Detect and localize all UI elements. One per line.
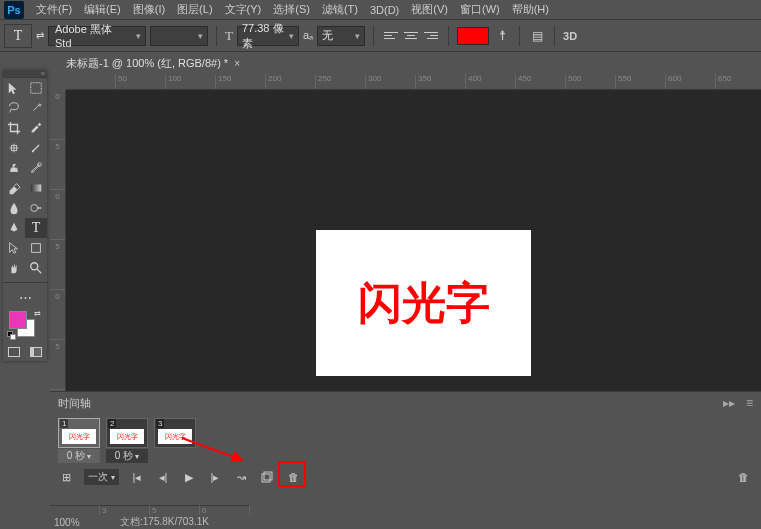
menu-window[interactable]: 窗口(W): [454, 0, 506, 19]
svg-rect-8: [264, 472, 272, 480]
shape-tool[interactable]: [25, 238, 47, 258]
foreground-color[interactable]: [9, 311, 27, 329]
divider: [554, 26, 555, 46]
align-right-button[interactable]: [422, 27, 440, 45]
toolbox-collapse-icon[interactable]: »: [3, 70, 47, 78]
pen-tool[interactable]: [3, 218, 25, 238]
font-size-icon: T: [225, 28, 233, 44]
antialias-icon: aₐ: [303, 29, 313, 42]
play-button[interactable]: ▶: [181, 469, 197, 485]
menu-view[interactable]: 视图(V): [405, 0, 454, 19]
menu-image[interactable]: 图像(I): [127, 0, 171, 19]
ruler-vertical: 0505050: [50, 90, 66, 391]
menu-layer[interactable]: 图层(L): [171, 0, 218, 19]
type-tool[interactable]: T: [25, 218, 47, 238]
eraser-tool[interactable]: [3, 178, 25, 198]
menu-file[interactable]: 文件(F): [30, 0, 78, 19]
history-brush-tool[interactable]: [25, 158, 47, 178]
zoom-level[interactable]: 100%: [50, 517, 108, 528]
text-color-swatch[interactable]: [457, 27, 489, 45]
frame-thumbnail: 闪光字: [158, 429, 192, 444]
standard-mode-button[interactable]: [3, 343, 25, 361]
menu-3d[interactable]: 3D(D): [364, 2, 405, 18]
zoom-tool[interactable]: [25, 258, 47, 278]
panel-menu-icon[interactable]: ≡: [746, 396, 753, 410]
panel-trash-icon[interactable]: 🗑: [735, 469, 751, 485]
current-tool-indicator[interactable]: T: [4, 24, 32, 48]
document-tab[interactable]: 未标题-1 @ 100% (红, RGB/8#) * ×: [58, 53, 248, 74]
close-tab-icon[interactable]: ×: [234, 58, 240, 69]
timeline-frame[interactable]: 3闪光字: [154, 418, 196, 448]
hand-tool[interactable]: [3, 258, 25, 278]
align-center-button[interactable]: [402, 27, 420, 45]
menu-edit[interactable]: 编辑(E): [78, 0, 127, 19]
divider: [519, 26, 520, 46]
font-size-field[interactable]: 77.38 像素: [237, 26, 299, 46]
menu-help[interactable]: 帮助(H): [506, 0, 555, 19]
frames-row: 1闪光字0 秒▾2闪光字0 秒▾3闪光字: [50, 414, 761, 465]
menu-type[interactable]: 文字(Y): [219, 0, 268, 19]
next-frame-button[interactable]: |▸: [207, 469, 223, 485]
document-info[interactable]: 文档:175.8K/703.1K: [108, 515, 209, 529]
options-bar: T ⇄ Adobe 黑体 Std T 77.38 像素 aₐ 无 ☨ ▤ 3D: [0, 20, 761, 52]
align-left-button[interactable]: [382, 27, 400, 45]
frame-duration[interactable]: 0 秒▾: [58, 449, 100, 463]
dodge-tool[interactable]: [25, 198, 47, 218]
path-selection-tool[interactable]: [3, 238, 25, 258]
timeline-frame[interactable]: 1闪光字: [58, 418, 100, 448]
prev-frame-button[interactable]: ◂|: [155, 469, 171, 485]
blur-tool[interactable]: [3, 198, 25, 218]
frame-number: 3: [156, 419, 164, 428]
clone-stamp-tool[interactable]: [3, 158, 25, 178]
frame-number: 2: [108, 419, 116, 428]
antialias-select[interactable]: 无: [317, 26, 365, 46]
svg-point-6: [31, 263, 38, 270]
font-style-select[interactable]: [150, 26, 208, 46]
timeline-controls: ⊞ 一次▾ |◂ ◂| ▶ |▸ ↝ 🗑 🗑: [50, 465, 761, 489]
delete-frame-button[interactable]: 🗑: [285, 469, 301, 485]
edit-toolbar-icon[interactable]: ⋯: [3, 287, 47, 307]
move-tool[interactable]: [3, 78, 25, 98]
canvas-text-layer[interactable]: 闪光字: [358, 274, 490, 333]
ruler-horizontal: 5010015020025030035040045050055060065070…: [66, 74, 761, 90]
panel-collapse-icon[interactable]: ▸▸: [723, 396, 735, 410]
gradient-tool[interactable]: [25, 178, 47, 198]
text-align-group: [382, 27, 440, 45]
frame-duration[interactable]: 0 秒▾: [106, 449, 148, 463]
document-tab-strip: 未标题-1 @ 100% (红, RGB/8#) * ×: [50, 52, 761, 74]
brush-tool[interactable]: [25, 138, 47, 158]
font-family-select[interactable]: Adobe 黑体 Std: [48, 26, 146, 46]
divider: [448, 26, 449, 46]
crop-tool[interactable]: [3, 118, 25, 138]
character-panel-button[interactable]: ▤: [528, 27, 546, 45]
duplicate-frame-button[interactable]: [259, 469, 275, 485]
first-frame-button[interactable]: |◂: [129, 469, 145, 485]
eyedropper-tool[interactable]: [25, 118, 47, 138]
timeline-frame[interactable]: 2闪光字: [106, 418, 148, 448]
magic-wand-tool[interactable]: [25, 98, 47, 118]
toggle-orientation-icon[interactable]: ⇄: [36, 30, 44, 41]
toolbox: » T ⋯ ⇄: [3, 70, 47, 361]
loop-select[interactable]: 一次▾: [84, 469, 119, 485]
marquee-tool[interactable]: [25, 78, 47, 98]
convert-timeline-icon[interactable]: ⊞: [58, 469, 74, 485]
menu-filter[interactable]: 滤镜(T): [316, 0, 364, 19]
svg-rect-7: [262, 474, 270, 482]
default-colors-icon[interactable]: [7, 331, 17, 341]
menu-select[interactable]: 选择(S): [267, 0, 316, 19]
lasso-tool[interactable]: [3, 98, 25, 118]
warp-text-button[interactable]: ☨: [493, 27, 511, 45]
app-logo: Ps: [4, 1, 24, 19]
3d-button[interactable]: 3D: [563, 30, 577, 42]
canvas[interactable]: 闪光字: [316, 230, 531, 376]
document-tab-title: 未标题-1 @ 100% (红, RGB/8#) *: [66, 56, 228, 71]
quickmask-mode-button[interactable]: [25, 343, 47, 361]
healing-tool[interactable]: [3, 138, 25, 158]
svg-rect-0: [31, 83, 42, 94]
timeline-header: 时间轴 ▸▸ ≡: [50, 392, 761, 414]
canvas-area[interactable]: 闪光字: [66, 90, 761, 391]
tween-button[interactable]: ↝: [233, 469, 249, 485]
svg-point-4: [31, 205, 38, 212]
frame-thumbnail: 闪光字: [62, 429, 96, 444]
swap-colors-icon[interactable]: ⇄: [34, 309, 41, 318]
